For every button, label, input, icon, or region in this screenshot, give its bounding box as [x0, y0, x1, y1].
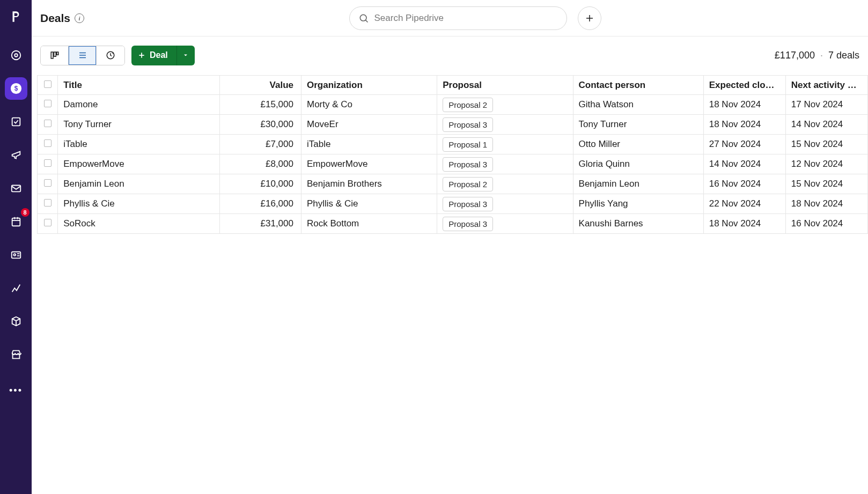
nav-mail[interactable] [5, 177, 27, 200]
table-row[interactable]: SoRock£31,000Rock BottomProposal 3Kanush… [38, 214, 868, 234]
cell-contact[interactable]: Phyllis Yang [573, 194, 703, 214]
cell-contact[interactable]: Githa Watson [573, 95, 703, 115]
cell-organization[interactable]: iTable [301, 135, 437, 154]
row-select[interactable] [38, 174, 58, 194]
cell-title[interactable]: Damone [58, 95, 220, 115]
forecast-icon [106, 50, 115, 60]
cell-contact[interactable]: Gloria Quinn [573, 154, 703, 174]
logo[interactable] [0, 0, 32, 33]
cell-next-activity: 15 Nov 2024 [785, 135, 867, 154]
col-select-all[interactable] [38, 76, 58, 95]
row-select[interactable] [38, 95, 58, 115]
proposal-pill[interactable]: Proposal 3 [443, 117, 493, 132]
view-list[interactable] [69, 46, 97, 65]
col-proposal[interactable]: Proposal [437, 76, 573, 95]
table-row[interactable]: Phyllis & Cie£16,000Phyllis & CieProposa… [38, 194, 868, 214]
cell-organization[interactable]: Phyllis & Cie [301, 194, 437, 214]
proposal-pill[interactable]: Proposal 1 [443, 137, 493, 152]
proposal-pill[interactable]: Proposal 2 [443, 177, 493, 191]
cell-contact[interactable]: Tony Turner [573, 115, 703, 135]
col-value[interactable]: Value [219, 76, 301, 95]
svg-point-8 [13, 254, 16, 256]
cell-proposal[interactable]: Proposal 3 [437, 214, 573, 234]
proposal-pill[interactable]: Proposal 3 [443, 157, 493, 172]
nav-products[interactable] [5, 310, 27, 333]
cell-proposal[interactable]: Proposal 1 [437, 135, 573, 154]
cell-next-activity: 16 Nov 2024 [785, 214, 867, 234]
table-row[interactable]: Benjamin Leon£10,000Benjamin BrothersPro… [38, 174, 868, 194]
cell-expected-close: 14 Nov 2024 [703, 154, 785, 174]
row-select[interactable] [38, 135, 58, 154]
nav-more[interactable]: ••• [5, 377, 27, 399]
cell-proposal[interactable]: Proposal 3 [437, 194, 573, 214]
nav-activities[interactable]: 8 [5, 210, 27, 233]
col-organization[interactable]: Organization [301, 76, 437, 95]
svg-rect-7 [11, 252, 20, 259]
cell-expected-close: 22 Nov 2024 [703, 194, 785, 214]
cell-organization[interactable]: EmpowerMove [301, 154, 437, 174]
view-forecast[interactable] [97, 46, 124, 65]
cell-proposal[interactable]: Proposal 3 [437, 154, 573, 174]
cell-proposal[interactable]: Proposal 2 [437, 174, 573, 194]
proposal-pill[interactable]: Proposal 3 [443, 197, 493, 211]
row-select[interactable] [38, 115, 58, 135]
add-deal-button[interactable]: Deal [131, 46, 176, 65]
row-select[interactable] [38, 154, 58, 174]
info-icon[interactable]: i [75, 13, 84, 23]
nav-insights[interactable] [5, 277, 27, 299]
proposal-pill[interactable]: Proposal 3 [443, 217, 493, 231]
cell-title[interactable]: Benjamin Leon [58, 174, 220, 194]
cell-organization[interactable]: MoveEr [301, 115, 437, 135]
nav-badge: 8 [21, 208, 30, 217]
col-contact[interactable]: Contact person [573, 76, 703, 95]
col-title[interactable]: Title [58, 76, 220, 95]
cell-proposal[interactable]: Proposal 3 [437, 115, 573, 135]
nav-leads[interactable] [5, 44, 27, 67]
sidebar: $ 8 ••• [0, 0, 32, 494]
table-row[interactable]: Damone£15,000Morty & CoProposal 2Githa W… [38, 95, 868, 115]
nav-campaigns[interactable] [5, 144, 27, 166]
col-expected-close[interactable]: Expected clo… [703, 76, 785, 95]
proposal-pill[interactable]: Proposal 2 [443, 98, 493, 112]
cell-expected-close: 18 Nov 2024 [703, 214, 785, 234]
nav-projects[interactable] [5, 110, 27, 133]
cell-title[interactable]: iTable [58, 135, 220, 154]
cell-organization[interactable]: Morty & Co [301, 95, 437, 115]
svg-rect-12 [56, 52, 58, 55]
svg-text:$: $ [14, 85, 18, 92]
cell-proposal[interactable]: Proposal 2 [437, 95, 573, 115]
view-pipeline[interactable] [41, 46, 69, 65]
cell-contact[interactable]: Otto Miller [573, 135, 703, 154]
table-row[interactable]: iTable£7,000iTableProposal 1Otto Miller2… [38, 135, 868, 154]
cell-title[interactable]: EmpowerMove [58, 154, 220, 174]
checkbox-icon [44, 179, 52, 187]
checkbox-icon [44, 219, 52, 226]
cell-title[interactable]: Tony Turner [58, 115, 220, 135]
cell-title[interactable]: SoRock [58, 214, 220, 234]
cell-next-activity: 18 Nov 2024 [785, 194, 867, 214]
row-select[interactable] [38, 214, 58, 234]
table-row[interactable]: Tony Turner£30,000MoveErProposal 3Tony T… [38, 115, 868, 135]
table-row[interactable]: EmpowerMove£8,000EmpowerMoveProposal 3Gl… [38, 154, 868, 174]
checkbox-icon [44, 80, 52, 88]
row-select[interactable] [38, 194, 58, 214]
nav-contacts[interactable] [5, 244, 27, 266]
cell-value: £31,000 [219, 214, 301, 234]
cell-contact[interactable]: Benjamin Leon [573, 174, 703, 194]
search-box[interactable] [349, 6, 567, 30]
cell-organization[interactable]: Benjamin Brothers [301, 174, 437, 194]
search-input[interactable] [374, 13, 558, 24]
nav-marketplace[interactable] [5, 343, 27, 366]
cell-title[interactable]: Phyllis & Cie [58, 194, 220, 214]
top-center [91, 6, 859, 30]
nav-deals[interactable]: $ [5, 77, 27, 100]
quick-add-button[interactable] [578, 6, 601, 30]
toolbar-summary: £117,000 · 7 deals [775, 50, 859, 61]
cell-next-activity: 14 Nov 2024 [785, 115, 867, 135]
cell-expected-close: 27 Nov 2024 [703, 135, 785, 154]
cell-value: £15,000 [219, 95, 301, 115]
cell-organization[interactable]: Rock Bottom [301, 214, 437, 234]
col-next-activity[interactable]: Next activity … [785, 76, 867, 95]
cell-contact[interactable]: Kanushi Barnes [573, 214, 703, 234]
add-deal-dropdown[interactable] [176, 46, 195, 65]
